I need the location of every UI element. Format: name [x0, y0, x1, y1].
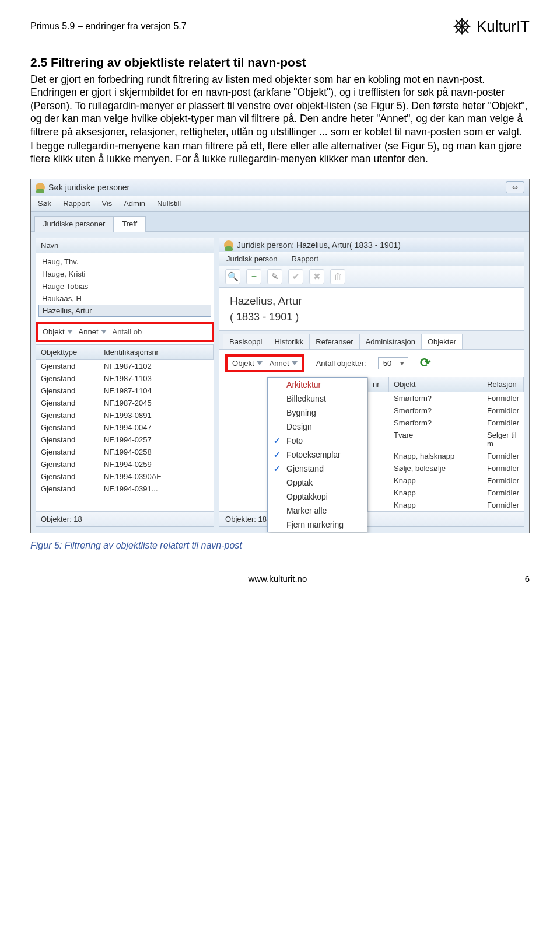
- table-row[interactable]: GjenstandNF.1994-0390AE: [36, 470, 214, 483]
- dropdown-item[interactable]: Bygning: [268, 406, 367, 420]
- person-name-display: Hazelius, Artur ( 1833 - 1901 ): [219, 288, 524, 330]
- dropdown-item[interactable]: ✓Fotoeksemplar: [268, 448, 367, 462]
- table-row[interactable]: KnappFormidler: [368, 499, 524, 511]
- table-row[interactable]: Smørform?Formidler: [368, 417, 524, 429]
- dropdown-item[interactable]: Arkitektur: [268, 378, 367, 392]
- table-row[interactable]: GjenstandNF.1987-2045: [36, 397, 214, 409]
- save-icon[interactable]: ✔: [288, 269, 303, 284]
- dropdown-item[interactable]: Opptak: [268, 476, 367, 490]
- dropdown-item[interactable]: Opptakkopi: [268, 490, 367, 504]
- table-row[interactable]: GjenstandNF.1987-1102: [36, 360, 214, 372]
- page-header: Primus 5.9 – endringer fra versjon 5.7 K…: [30, 16, 530, 39]
- doc-title: Primus 5.9 – endringer fra versjon 5.7: [30, 21, 187, 32]
- annet-dropdown[interactable]: Annet: [79, 327, 107, 336]
- list-item[interactable]: Hauge Tobias: [36, 280, 214, 292]
- brand-name: KulturIT: [477, 18, 530, 36]
- chevron-down-icon: [101, 330, 107, 334]
- table-row[interactable]: GjenstandNF.1994-0259: [36, 458, 214, 470]
- tab-juridiske[interactable]: Juridiske personer: [34, 216, 114, 232]
- cancel-icon[interactable]: ✖: [309, 269, 324, 284]
- dropdown-item[interactable]: ✓Gjenstand: [268, 462, 367, 476]
- inner-table-header: nr Objekt Relasjon: [368, 377, 524, 392]
- footer-url: www.kulturit.no: [30, 574, 525, 584]
- new-icon[interactable]: ＋: [246, 269, 261, 284]
- object-table-header: Objekttype Identifikasjonsnr: [36, 344, 214, 360]
- delete-icon[interactable]: 🗑: [330, 269, 345, 284]
- annet-dropdown-right[interactable]: Annet: [270, 359, 298, 368]
- nav-arrow-button[interactable]: ⇔: [506, 181, 524, 193]
- table-row[interactable]: GjenstandNF.1994-0258: [36, 446, 214, 458]
- dropdown-item[interactable]: Billedkunst: [268, 392, 367, 406]
- table-row[interactable]: TvareSelger til m: [368, 429, 524, 450]
- antall-objekter-label: Antall objekter:: [316, 359, 366, 368]
- dropdown-item[interactable]: ✓Foto: [268, 434, 367, 448]
- window-title-text: Søk juridiske personer: [48, 183, 130, 192]
- name-list: Haug, Thv. Hauge, Kristi Hauge Tobias Ha…: [36, 253, 214, 319]
- check-icon: ✓: [274, 450, 282, 459]
- search-icon[interactable]: 🔍: [225, 269, 240, 284]
- menu-vis[interactable]: Vis: [96, 197, 118, 210]
- list-item[interactable]: Haukaas, H: [36, 292, 214, 305]
- dropdown-item[interactable]: Fjern markering: [268, 518, 367, 532]
- objekt-dropdown[interactable]: Objekt: [43, 327, 73, 336]
- object-table-body: GjenstandNF.1987-1102GjenstandNF.1987-11…: [36, 360, 214, 495]
- dropdown-item[interactable]: Marker alle: [268, 504, 367, 518]
- table-row[interactable]: Sølje, bolesøljeFormidler: [368, 462, 524, 474]
- tab-objekter[interactable]: Objekter: [421, 334, 463, 350]
- table-row[interactable]: KnappFormidler: [368, 487, 524, 499]
- col-relasjon[interactable]: Relasjon: [482, 377, 524, 392]
- table-row[interactable]: Smørform?Formidler: [368, 392, 524, 404]
- table-row[interactable]: GjenstandNF.1994-0047: [36, 421, 214, 434]
- list-item-selected[interactable]: Hazelius, Artur: [38, 305, 211, 317]
- dropdown-item[interactable]: Design: [268, 420, 367, 434]
- tab-referanser[interactable]: Referanser: [309, 334, 359, 350]
- tab-treff[interactable]: Treff: [113, 216, 146, 232]
- col-identnr[interactable]: Identifikasjonsnr: [99, 345, 214, 359]
- list-item[interactable]: Hauge, Kristi: [36, 268, 214, 280]
- table-row[interactable]: KnappFormidler: [368, 474, 524, 487]
- kulturit-logo-icon: [452, 16, 472, 36]
- paragraph-2: I begge rullegardin-menyene kan man filt…: [30, 139, 530, 166]
- table-row[interactable]: Knapp, halsknappFormidler: [368, 450, 524, 462]
- right-title-text: Juridisk person: Hazelius, Artur( 1833 -…: [237, 240, 401, 250]
- objekt-dropdown-right[interactable]: Objekt: [232, 359, 262, 368]
- col-objekt[interactable]: Objekt: [389, 377, 482, 392]
- menu-nullstill[interactable]: Nullstill: [151, 197, 187, 210]
- col-nr[interactable]: nr: [368, 377, 389, 392]
- chevron-down-icon: [257, 361, 262, 365]
- antall-objekter-select[interactable]: 50: [378, 357, 408, 369]
- brand-logo-block: KulturIT: [452, 16, 530, 36]
- col-objekttype[interactable]: Objekttype: [36, 345, 99, 359]
- table-row[interactable]: GjenstandNF.1993-0891: [36, 409, 214, 421]
- check-icon: ✓: [274, 464, 282, 473]
- outer-tabs: Juridiske personer Treff: [31, 212, 529, 232]
- refresh-icon[interactable]: ⟳: [420, 355, 430, 371]
- right-footer-status: Objekter: 18: [219, 511, 524, 526]
- antall-label: Antall ob: [113, 327, 142, 336]
- chevron-down-icon: [67, 330, 73, 334]
- menu-admin[interactable]: Admin: [118, 197, 151, 210]
- menu-juridisk-person[interactable]: Juridisk person: [219, 252, 284, 266]
- menu-sok[interactable]: Søk: [32, 197, 57, 210]
- menu-rapport[interactable]: Rapport: [57, 197, 96, 210]
- table-row[interactable]: GjenstandNF.1994-0391...: [36, 483, 214, 495]
- tab-basisoppl[interactable]: Basisoppl: [223, 334, 268, 350]
- person-icon: [36, 183, 45, 192]
- table-row[interactable]: Smørform?Formidler: [368, 404, 524, 417]
- right-titlebar: Juridisk person: Hazelius, Artur( 1833 -…: [219, 238, 524, 252]
- tab-administrasjon[interactable]: Administrasjon: [359, 334, 422, 350]
- section-heading: 2.5 Filtrering av objektliste relatert t…: [30, 55, 530, 69]
- edit-icon[interactable]: ✎: [267, 269, 282, 284]
- inner-tabs: Basisoppl Historikk Referanser Administr…: [219, 330, 524, 350]
- table-row[interactable]: GjenstandNF.1987-1103: [36, 372, 214, 385]
- main-menubar: Søk Rapport Vis Admin Nullstill: [31, 196, 529, 212]
- list-item[interactable]: Haug, Thv.: [36, 256, 214, 268]
- table-row[interactable]: GjenstandNF.1994-0257: [36, 434, 214, 446]
- tab-historikk[interactable]: Historikk: [268, 334, 310, 350]
- window-titlebar: Søk juridiske personer ⇔: [31, 179, 529, 196]
- right-filter-highlighted: Objekt Annet: [225, 354, 304, 372]
- table-row[interactable]: GjenstandNF.1987-1104: [36, 385, 214, 397]
- left-column-header: Navn: [36, 238, 214, 253]
- menu-rapport-right[interactable]: Rapport: [285, 252, 326, 266]
- right-menubar: Juridisk person Rapport: [219, 252, 524, 266]
